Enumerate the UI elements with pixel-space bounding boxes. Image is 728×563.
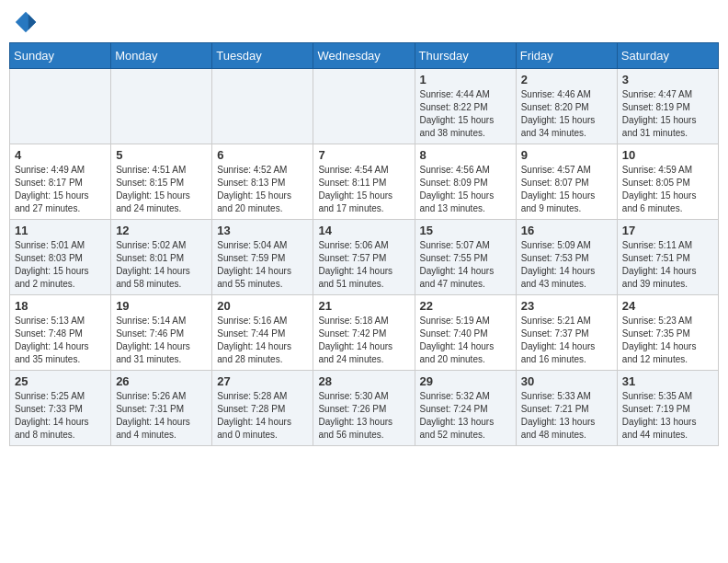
logo-icon (13, 9, 39, 35)
day-number: 21 (318, 299, 409, 313)
calendar-table: SundayMondayTuesdayWednesdayThursdayFrid… (9, 42, 719, 446)
day-info: Sunrise: 5:11 AM Sunset: 7:51 PM Dayligh… (622, 239, 713, 291)
calendar-cell: 29Sunrise: 5:32 AM Sunset: 7:24 PM Dayli… (415, 371, 516, 446)
calendar-cell: 13Sunrise: 5:04 AM Sunset: 7:59 PM Dayli… (212, 220, 313, 295)
day-number: 13 (217, 224, 308, 237)
day-info: Sunrise: 5:04 AM Sunset: 7:59 PM Dayligh… (217, 239, 308, 291)
calendar-week-row: 4Sunrise: 4:49 AM Sunset: 8:17 PM Daylig… (10, 144, 719, 220)
svg-marker-1 (28, 15, 36, 30)
day-number: 14 (318, 224, 409, 237)
calendar-cell: 28Sunrise: 5:30 AM Sunset: 7:26 PM Dayli… (313, 371, 415, 446)
calendar-cell: 5Sunrise: 4:51 AM Sunset: 8:15 PM Daylig… (111, 144, 212, 220)
day-info: Sunrise: 5:02 AM Sunset: 8:01 PM Dayligh… (116, 239, 207, 291)
day-info: Sunrise: 4:54 AM Sunset: 8:11 PM Dayligh… (318, 164, 409, 215)
calendar-cell: 7Sunrise: 4:54 AM Sunset: 8:11 PM Daylig… (313, 144, 415, 220)
column-header-thursday: Thursday (415, 43, 516, 69)
day-info: Sunrise: 4:44 AM Sunset: 8:22 PM Dayligh… (420, 88, 511, 140)
day-info: Sunrise: 5:01 AM Sunset: 8:03 PM Dayligh… (15, 239, 106, 291)
day-number: 25 (15, 374, 106, 388)
day-number: 12 (116, 224, 207, 237)
day-number: 26 (116, 374, 207, 388)
day-info: Sunrise: 5:23 AM Sunset: 7:35 PM Dayligh… (622, 315, 713, 366)
day-info: Sunrise: 5:30 AM Sunset: 7:26 PM Dayligh… (318, 390, 409, 442)
day-info: Sunrise: 5:32 AM Sunset: 7:24 PM Dayligh… (420, 390, 511, 442)
column-header-sunday: Sunday (10, 43, 111, 69)
calendar-cell (111, 69, 212, 144)
calendar-cell: 11Sunrise: 5:01 AM Sunset: 8:03 PM Dayli… (10, 220, 111, 295)
day-number: 27 (217, 374, 308, 388)
day-number: 10 (622, 148, 713, 162)
day-number: 16 (521, 224, 612, 237)
day-info: Sunrise: 5:16 AM Sunset: 7:44 PM Dayligh… (217, 315, 308, 366)
day-info: Sunrise: 5:25 AM Sunset: 7:33 PM Dayligh… (15, 390, 106, 442)
day-number: 8 (420, 148, 511, 162)
calendar-cell: 16Sunrise: 5:09 AM Sunset: 7:53 PM Dayli… (516, 220, 617, 295)
day-number: 3 (622, 73, 713, 86)
day-info: Sunrise: 5:21 AM Sunset: 7:37 PM Dayligh… (521, 315, 612, 366)
day-info: Sunrise: 5:35 AM Sunset: 7:19 PM Dayligh… (622, 390, 713, 442)
calendar-cell (10, 69, 111, 144)
calendar-cell: 2Sunrise: 4:46 AM Sunset: 8:20 PM Daylig… (516, 69, 617, 144)
calendar-cell: 15Sunrise: 5:07 AM Sunset: 7:55 PM Dayli… (415, 220, 516, 295)
day-info: Sunrise: 5:06 AM Sunset: 7:57 PM Dayligh… (318, 239, 409, 291)
calendar-cell: 22Sunrise: 5:19 AM Sunset: 7:40 PM Dayli… (415, 295, 516, 371)
calendar-cell: 10Sunrise: 4:59 AM Sunset: 8:05 PM Dayli… (617, 144, 718, 220)
day-info: Sunrise: 4:59 AM Sunset: 8:05 PM Dayligh… (622, 164, 713, 215)
day-number: 11 (15, 224, 106, 237)
calendar-week-row: 1Sunrise: 4:44 AM Sunset: 8:22 PM Daylig… (10, 69, 719, 144)
day-info: Sunrise: 5:09 AM Sunset: 7:53 PM Dayligh… (521, 239, 612, 291)
calendar-cell (313, 69, 415, 144)
day-info: Sunrise: 5:18 AM Sunset: 7:42 PM Dayligh… (318, 315, 409, 366)
day-info: Sunrise: 4:47 AM Sunset: 8:19 PM Dayligh… (622, 88, 713, 140)
day-info: Sunrise: 4:46 AM Sunset: 8:20 PM Dayligh… (521, 88, 612, 140)
calendar-cell: 27Sunrise: 5:28 AM Sunset: 7:28 PM Dayli… (212, 371, 313, 446)
day-number: 22 (420, 299, 511, 313)
column-header-wednesday: Wednesday (313, 43, 415, 69)
calendar-header-row: SundayMondayTuesdayWednesdayThursdayFrid… (10, 43, 719, 69)
calendar-cell: 20Sunrise: 5:16 AM Sunset: 7:44 PM Dayli… (212, 295, 313, 371)
day-number: 7 (318, 148, 409, 162)
day-number: 30 (521, 374, 612, 388)
calendar-cell: 6Sunrise: 4:52 AM Sunset: 8:13 PM Daylig… (212, 144, 313, 220)
day-info: Sunrise: 4:52 AM Sunset: 8:13 PM Dayligh… (217, 164, 308, 215)
calendar-cell: 31Sunrise: 5:35 AM Sunset: 7:19 PM Dayli… (617, 371, 718, 446)
calendar-cell: 3Sunrise: 4:47 AM Sunset: 8:19 PM Daylig… (617, 69, 718, 144)
day-info: Sunrise: 4:57 AM Sunset: 8:07 PM Dayligh… (521, 164, 612, 215)
logo (13, 9, 42, 35)
day-info: Sunrise: 5:07 AM Sunset: 7:55 PM Dayligh… (420, 239, 511, 291)
day-info: Sunrise: 5:28 AM Sunset: 7:28 PM Dayligh… (217, 390, 308, 442)
column-header-saturday: Saturday (617, 43, 718, 69)
calendar-cell: 9Sunrise: 4:57 AM Sunset: 8:07 PM Daylig… (516, 144, 617, 220)
page-header (9, 9, 719, 35)
day-info: Sunrise: 5:26 AM Sunset: 7:31 PM Dayligh… (116, 390, 207, 442)
day-number: 1 (420, 73, 511, 86)
day-info: Sunrise: 4:56 AM Sunset: 8:09 PM Dayligh… (420, 164, 511, 215)
day-info: Sunrise: 4:51 AM Sunset: 8:15 PM Dayligh… (116, 164, 207, 215)
calendar-week-row: 25Sunrise: 5:25 AM Sunset: 7:33 PM Dayli… (10, 371, 719, 446)
day-number: 23 (521, 299, 612, 313)
column-header-friday: Friday (516, 43, 617, 69)
calendar-cell: 25Sunrise: 5:25 AM Sunset: 7:33 PM Dayli… (10, 371, 111, 446)
calendar-cell: 17Sunrise: 5:11 AM Sunset: 7:51 PM Dayli… (617, 220, 718, 295)
calendar-cell: 8Sunrise: 4:56 AM Sunset: 8:09 PM Daylig… (415, 144, 516, 220)
calendar-week-row: 18Sunrise: 5:13 AM Sunset: 7:48 PM Dayli… (10, 295, 719, 371)
calendar-cell: 1Sunrise: 4:44 AM Sunset: 8:22 PM Daylig… (415, 69, 516, 144)
column-header-monday: Monday (111, 43, 212, 69)
day-number: 20 (217, 299, 308, 313)
column-header-tuesday: Tuesday (212, 43, 313, 69)
day-number: 4 (15, 148, 106, 162)
calendar-cell: 19Sunrise: 5:14 AM Sunset: 7:46 PM Dayli… (111, 295, 212, 371)
day-number: 24 (622, 299, 713, 313)
day-number: 5 (116, 148, 207, 162)
calendar-cell (212, 69, 313, 144)
day-number: 29 (420, 374, 511, 388)
day-info: Sunrise: 5:14 AM Sunset: 7:46 PM Dayligh… (116, 315, 207, 366)
day-number: 31 (622, 374, 713, 388)
calendar-cell: 4Sunrise: 4:49 AM Sunset: 8:17 PM Daylig… (10, 144, 111, 220)
calendar-cell: 14Sunrise: 5:06 AM Sunset: 7:57 PM Dayli… (313, 220, 415, 295)
calendar-cell: 18Sunrise: 5:13 AM Sunset: 7:48 PM Dayli… (10, 295, 111, 371)
calendar-cell: 12Sunrise: 5:02 AM Sunset: 8:01 PM Dayli… (111, 220, 212, 295)
day-number: 2 (521, 73, 612, 86)
day-number: 17 (622, 224, 713, 237)
calendar-cell: 21Sunrise: 5:18 AM Sunset: 7:42 PM Dayli… (313, 295, 415, 371)
